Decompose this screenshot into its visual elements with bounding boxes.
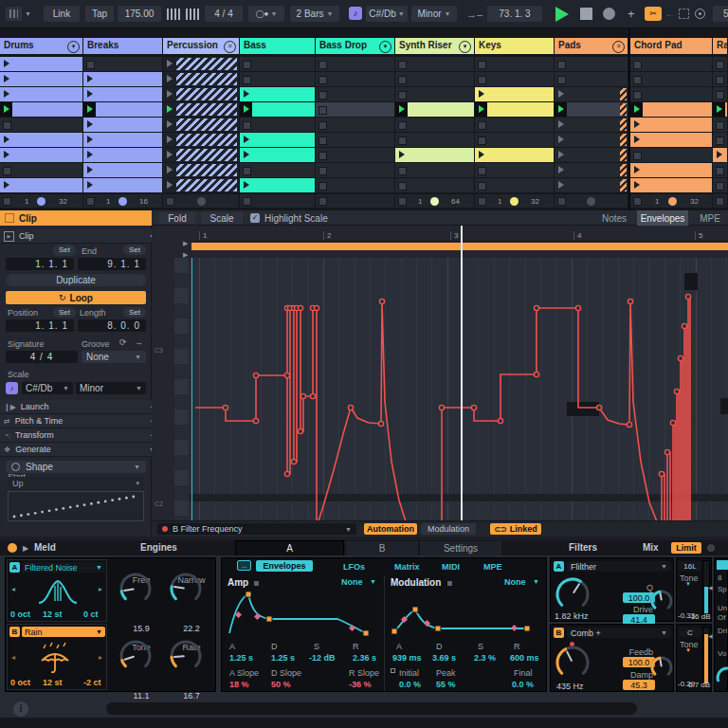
engine-b-semi[interactable]: 12 st [43,678,63,687]
clip-slot[interactable] [630,178,712,192]
clip-slot[interactable] [713,133,727,147]
start-set-button[interactable]: Set [53,245,76,255]
stop-button[interactable] [318,136,327,145]
clip-slot[interactable] [240,87,315,101]
clip-slot[interactable] [475,148,554,162]
envelope-device-chooser[interactable]: B Filter Frequency▼ [157,523,356,535]
mini-keyboard[interactable] [174,258,189,523]
clip-slot[interactable] [555,118,628,132]
engine-b-menu[interactable]: Rain▼ [22,627,105,637]
engine-a-prev-icon[interactable]: ◂ [11,585,15,593]
clip-start-field[interactable]: 1. 1. 1 [6,258,74,270]
clip-slot[interactable] [83,163,162,177]
stop-button[interactable] [716,121,724,130]
amp-mod-dot[interactable] [254,581,259,586]
clip-slot[interactable] [316,118,394,132]
stop-button[interactable] [398,121,407,130]
filter-b-freq[interactable]: 435 Hz [556,682,584,691]
clip-root-menu[interactable]: C#/Db▼ [22,382,73,394]
track-stop-button[interactable] [716,197,724,206]
clip-slot[interactable] [630,72,712,86]
tap-tempo-button[interactable]: Tap [85,6,114,22]
nudge-down-icon[interactable] [167,9,180,20]
clip-slot[interactable] [713,148,727,162]
quantization-menu[interactable]: 2 Bars▼ [290,6,339,22]
track-stop-button[interactable] [318,197,327,206]
engine-a-cent[interactable]: 0 ct [83,610,99,619]
amp-mod-source[interactable]: None [341,577,363,587]
clip-slot[interactable] [0,118,82,132]
track-stop-button[interactable] [86,197,95,206]
record-button[interactable] [603,8,615,20]
clip-slot[interactable] [475,57,554,71]
clip-slot[interactable] [83,133,162,147]
subtab-lfos[interactable]: LFOs [343,562,365,572]
clip-slot[interactable] [0,133,82,147]
tab-engine-a[interactable]: A [235,540,344,555]
stop-button[interactable] [318,121,327,130]
start-marker-icon[interactable]: ▶ [183,251,188,259]
clip-slot[interactable] [316,148,394,162]
clip-slot[interactable] [316,57,394,71]
clip-slot[interactable] [555,178,628,192]
playing-clip[interactable] [475,102,554,117]
chevron-circle-icon[interactable]: ▾ [67,41,80,53]
shape-preview[interactable] [8,491,144,521]
track-stop-button[interactable] [633,197,642,206]
playing-clip[interactable] [713,102,727,117]
track-header[interactable]: Drums▾ [0,38,82,54]
stop-button[interactable] [86,61,95,69]
linked-toggle[interactable]: ⊂⊃Linked [490,523,541,535]
clip-slot[interactable] [713,118,727,132]
amp-adsr-graph[interactable] [226,589,377,636]
engine-a-next-icon[interactable]: ▸ [99,585,102,593]
track-stop-button[interactable] [398,197,407,206]
mix-b-fader-handle-icon[interactable]: ◀ [708,632,713,639]
capture-midi-button[interactable] [695,9,705,19]
stop-button[interactable] [243,167,251,175]
stop-button[interactable] [243,121,251,130]
clip-slot[interactable] [475,72,554,86]
scale-button[interactable]: Scale [201,212,243,224]
stop-button[interactable] [398,61,407,69]
device-name[interactable]: Meld [34,542,56,553]
clip-slot[interactable] [475,118,554,132]
stop-button[interactable] [557,61,566,69]
session-record-button[interactable] [679,9,689,19]
clip-slot[interactable] [475,133,554,147]
device-fold-icon[interactable]: ▶ [23,544,28,553]
clip-slot[interactable] [713,178,727,192]
clip-slot[interactable] [240,57,315,71]
clip-slot[interactable] [630,163,712,177]
tab-envelopes[interactable]: Envelopes [637,210,688,226]
engine-b-prev-icon[interactable]: ◂ [11,653,15,662]
plus-button[interactable]: + [628,7,635,21]
track-header[interactable]: Pads≡ [555,38,628,54]
narrow-value[interactable]: 22.2 [175,624,208,633]
voices-box[interactable] [717,560,728,570]
mod-final-value[interactable]: 0.0 % [512,680,534,689]
mod-mod-source[interactable]: None [504,577,526,587]
shape-mode-menu[interactable]: Up▾ [8,477,144,490]
filter-b-fb-value[interactable]: 100.0 [623,657,655,667]
groove-menu[interactable]: None▼ [82,351,146,363]
stop-button[interactable] [398,167,407,175]
amp-s-value[interactable]: -12 dB [309,653,336,663]
track-header[interactable]: Synth Riser▾ [395,38,474,54]
clip-tab-checkbox[interactable] [5,213,14,223]
groove-commit-icon[interactable]: ⟳ [119,337,127,347]
group-icon[interactable]: ≡ [612,41,625,53]
clip-section-header[interactable]: ▶ Clip ▼ [0,229,159,244]
clip-slot[interactable] [713,163,727,177]
stop-button[interactable] [633,91,642,100]
link-button[interactable]: Link [44,6,80,22]
highlight-scale-checkbox[interactable]: ✓ [250,213,260,223]
clip-slot[interactable] [240,148,315,162]
stop-button[interactable] [633,76,642,84]
stop-button[interactable] [557,76,566,84]
back-to-arrangement-button[interactable]: ← [665,9,675,19]
mix-a-fader-handle-icon[interactable]: ◀ [708,584,713,591]
automation-arm-button[interactable]: ✂︎ [645,7,662,21]
length-set-button[interactable]: Set [123,307,146,318]
stop-button[interactable] [478,136,486,145]
